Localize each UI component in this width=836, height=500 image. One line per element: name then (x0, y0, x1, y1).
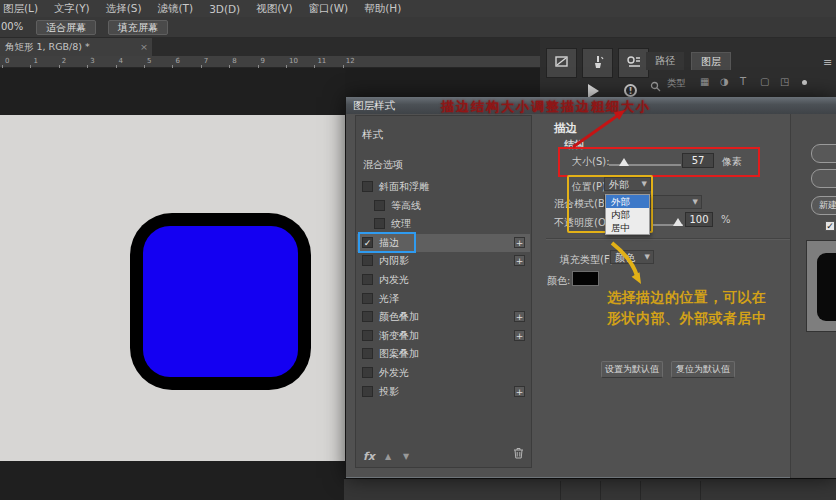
style-checkbox[interactable] (362, 367, 373, 378)
panel-menu-icon[interactable]: ≡ (823, 56, 832, 69)
opacity-thumb[interactable] (673, 218, 683, 226)
style-item[interactable]: 内发光 (357, 271, 530, 289)
style-item[interactable]: 纹理 (357, 215, 530, 233)
up-arrow-icon[interactable]: ▲ (385, 452, 391, 461)
fx-icon[interactable]: fx (363, 450, 375, 463)
panel-icon-brush[interactable] (582, 48, 613, 78)
ruler-tick: 5 (147, 57, 151, 65)
divider (700, 481, 701, 500)
style-item-label: 纹理 (391, 217, 411, 231)
yellow-note-line2: 形状内部、外部或者居中 (607, 310, 767, 328)
style-checkbox[interactable] (362, 255, 373, 266)
style-item-label: 等高线 (391, 199, 421, 213)
document-tab[interactable]: 角矩形 1, RGB/8) * × (0, 38, 152, 56)
style-checkbox[interactable] (362, 386, 373, 397)
filter-adjustment-layers-icon[interactable]: ◑ (720, 76, 729, 87)
menu-item[interactable]: 图层(L) (0, 2, 46, 16)
filter-search-icon[interactable] (650, 77, 661, 96)
fit-screen-button[interactable]: 适合屏幕 (36, 20, 96, 35)
style-item[interactable]: 颜色叠加+ (357, 308, 530, 326)
style-checkbox[interactable] (362, 330, 373, 341)
style-item[interactable]: ✓描边+ (357, 234, 530, 252)
style-checkbox[interactable] (362, 311, 373, 322)
filter-type-label[interactable]: 类型 (667, 77, 686, 90)
style-item[interactable]: 光泽 (357, 290, 530, 308)
ruler-tick: 12 (346, 57, 355, 65)
dialog-right-column: 新建样式 ✓ (790, 114, 836, 478)
style-item[interactable]: 等高线 (357, 197, 530, 215)
style-item[interactable]: 斜面和浮雕 (357, 178, 530, 196)
style-checkbox[interactable] (362, 348, 373, 359)
shape-stroke[interactable] (130, 213, 311, 390)
preview-checkbox[interactable]: ✓ (825, 221, 835, 231)
color-swatch[interactable] (572, 271, 599, 286)
style-item[interactable]: 投影+ (357, 383, 530, 401)
down-arrow-icon[interactable]: ▼ (403, 452, 409, 461)
fill-screen-button[interactable]: 填充屏幕 (108, 20, 168, 35)
dropdown-option[interactable]: 居中 (606, 221, 649, 234)
menu-item[interactable]: 窗口(W) (301, 2, 357, 16)
style-checkbox[interactable] (362, 181, 373, 192)
ruler: 0123456789101112 (0, 56, 540, 68)
style-checkbox[interactable]: ✓ (362, 237, 373, 248)
tab-layers[interactable]: 图层 (691, 52, 731, 70)
chevron-down-icon: ▼ (693, 196, 698, 209)
add-effect-button[interactable]: + (514, 255, 525, 266)
menu-item[interactable]: 文字(Y) (46, 2, 98, 16)
trash-icon[interactable] (513, 444, 524, 463)
styles-panel: 样式 混合选项斜面和浮雕等高线纹理✓描边+内阴影+内发光光泽颜色叠加+渐变叠加+… (355, 115, 532, 468)
style-checkbox[interactable] (374, 218, 385, 229)
filter-type-layers-icon[interactable]: T (740, 76, 746, 87)
zoom-value[interactable]: 00% (1, 21, 23, 32)
style-item[interactable]: 混合选项 (357, 156, 530, 174)
panel-icon-properties[interactable] (546, 48, 577, 78)
menu-bar: 图层(L)文字(Y)选择(S)滤镜(T)3D(D)视图(V)窗口(W)帮助(H) (0, 0, 836, 17)
add-effect-button[interactable]: + (514, 311, 525, 322)
filter-pixel-layers-icon[interactable]: ▦ (700, 76, 709, 87)
panel-icon-character[interactable] (618, 48, 649, 78)
menu-item[interactable]: 滤镜(T) (150, 2, 202, 16)
new-style-button[interactable]: 新建样式 (811, 196, 836, 215)
filter-shape-layers-icon[interactable]: ▢ (760, 76, 769, 87)
reset-default-button[interactable]: 复位为默认值 (671, 361, 735, 378)
add-effect-button[interactable]: + (514, 386, 525, 397)
filter-smart-object-icon[interactable]: ◳ (780, 76, 789, 87)
add-effect-button[interactable]: + (514, 330, 525, 341)
set-default-button[interactable]: 设置为默认值 (601, 361, 663, 378)
menu-item[interactable]: 3D(D) (201, 3, 248, 15)
dropdown-option[interactable]: 外部 (606, 195, 649, 208)
style-item[interactable]: 图案叠加 (357, 345, 530, 363)
tab-close-icon[interactable]: × (140, 38, 148, 56)
style-item-label: 内发光 (379, 273, 409, 287)
style-checkbox[interactable] (362, 293, 373, 304)
tab-paths[interactable]: 路径 (646, 52, 684, 70)
menu-item[interactable]: 选择(S) (98, 2, 150, 16)
style-item[interactable]: 渐变叠加+ (357, 327, 530, 345)
style-item-label: 投影 (379, 385, 399, 399)
info-icon[interactable]: ! (624, 84, 637, 97)
style-item[interactable]: 内阴影+ (357, 252, 530, 270)
ruler-tick: 9 (261, 57, 265, 65)
divider (640, 481, 641, 500)
menu-item[interactable]: 视图(V) (248, 2, 300, 16)
style-item-label: 斜面和浮雕 (379, 180, 429, 194)
ok-button[interactable] (811, 144, 836, 163)
divider (600, 481, 601, 500)
canvas[interactable] (0, 115, 345, 461)
dropdown-option[interactable]: 内部 (606, 208, 649, 221)
style-checkbox[interactable] (362, 274, 373, 285)
ruler-tick: 3 (90, 57, 94, 65)
style-item-label: 混合选项 (363, 158, 403, 172)
play-icon[interactable] (588, 84, 599, 98)
panel-dot-icon[interactable] (802, 80, 807, 85)
cancel-button[interactable] (811, 169, 836, 188)
ruler-tick: 1 (33, 57, 37, 65)
style-checkbox[interactable] (374, 200, 385, 211)
add-effect-button[interactable]: + (514, 237, 525, 248)
menu-item[interactable]: 帮助(H) (356, 2, 409, 16)
right-panels: ! 路径 图层 类型 ▦ ◑ T ▢ ◳ ≡ (540, 38, 836, 98)
position-combo[interactable]: 外部 ▼ (604, 177, 651, 191)
style-item[interactable]: 外发光 (357, 364, 530, 382)
section-divider (546, 238, 790, 240)
opacity-value[interactable]: 100 (685, 212, 713, 227)
